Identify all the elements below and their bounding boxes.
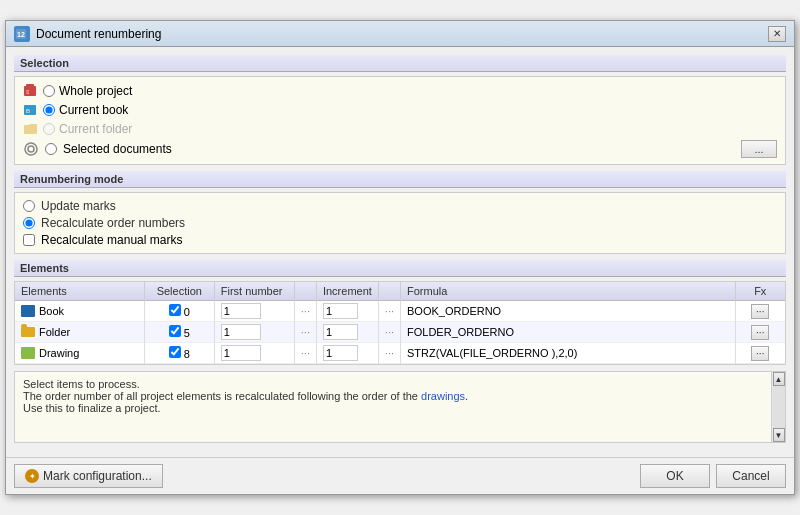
folder-formula-cell: FOLDER_ORDERNO	[401, 322, 735, 343]
cancel-button[interactable]: Cancel	[716, 464, 786, 488]
close-button[interactable]: ✕	[768, 26, 786, 42]
mark-config-icon: ✦	[25, 469, 39, 483]
selected-docs-radio[interactable]	[45, 143, 57, 155]
info-line3: Use this to finalize a project.	[23, 402, 777, 414]
whole-project-icon: ≡	[23, 83, 39, 99]
folder-label: Folder	[39, 326, 70, 338]
current-book-row: B Current book	[23, 102, 777, 118]
svg-point-7	[25, 143, 37, 155]
current-book-icon: B	[23, 102, 39, 118]
table-header-row: Elements Selection First number Incremen…	[15, 282, 785, 301]
info-line1: Select items to process.	[23, 378, 777, 390]
folder-increment-input[interactable]	[323, 324, 358, 340]
folder-fx-cell: ···	[735, 322, 785, 343]
drawing-fx-cell: ···	[735, 343, 785, 364]
table-row: Drawing 8 ···	[15, 343, 785, 364]
title-bar-left: 12 Document renumbering	[14, 26, 161, 42]
selected-docs-row: Selected documents ...	[23, 140, 777, 158]
mark-config-button[interactable]: ✦ Mark configuration...	[14, 464, 163, 488]
book-checkbox[interactable]	[169, 304, 181, 316]
svg-rect-3	[26, 84, 34, 87]
folder-first-number-input[interactable]	[221, 324, 261, 340]
book-fx-cell: ···	[735, 301, 785, 322]
update-marks-radio[interactable]	[23, 200, 35, 212]
svg-text:12: 12	[17, 31, 25, 38]
svg-text:≡: ≡	[26, 89, 30, 95]
info-box: Select items to process. The order numbe…	[14, 371, 786, 443]
whole-project-radio[interactable]	[43, 85, 55, 97]
svg-text:B: B	[26, 108, 30, 114]
current-folder-icon	[23, 121, 39, 137]
drawing-first-number-input[interactable]	[221, 345, 261, 361]
recalculate-manual-row: Recalculate manual marks	[23, 233, 777, 247]
folder-selection-cell: 5	[144, 322, 214, 343]
book-dots2: ···	[378, 301, 400, 322]
col-fx: Fx	[735, 282, 785, 301]
whole-project-row: ≡ Whole project	[23, 83, 777, 99]
drawing-first-number-cell	[214, 343, 294, 364]
elements-header: Elements	[14, 260, 786, 277]
current-folder-radio[interactable]	[43, 123, 55, 135]
drawing-selection-cell: 8	[144, 343, 214, 364]
book-increment-input[interactable]	[323, 303, 358, 319]
col-dots2	[378, 282, 400, 301]
dialog-body: Selection ≡ Whole project B	[6, 47, 794, 457]
selected-docs-label: Selected documents	[63, 142, 172, 156]
update-marks-row: Update marks	[23, 199, 777, 213]
book-first-number-cell	[214, 301, 294, 322]
drawing-dots1: ···	[294, 343, 316, 364]
renumbering-header: Renumbering mode	[14, 171, 786, 188]
book-label: Book	[39, 305, 64, 317]
table-row: Book 0 ···	[15, 301, 785, 322]
col-selection: Selection	[144, 282, 214, 301]
scroll-down-arrow[interactable]: ▼	[773, 428, 785, 442]
element-name-drawing: Drawing	[15, 343, 144, 364]
dialog-title: Document renumbering	[36, 27, 161, 41]
drawing-increment-cell	[316, 343, 378, 364]
dialog-footer: ✦ Mark configuration... OK Cancel	[6, 457, 794, 494]
current-book-radio[interactable]	[43, 104, 55, 116]
folder-row-icon	[21, 327, 35, 337]
book-selection-cell: 0	[144, 301, 214, 322]
folder-dots1: ···	[294, 322, 316, 343]
svg-point-8	[28, 146, 34, 152]
book-formula-cell: BOOK_ORDERNO	[401, 301, 735, 322]
selected-docs-button[interactable]: ...	[741, 140, 777, 158]
book-fx-button[interactable]: ···	[751, 304, 769, 319]
drawing-fx-button[interactable]: ···	[751, 346, 769, 361]
book-dots1: ···	[294, 301, 316, 322]
elements-table-wrapper: Elements Selection First number Incremen…	[14, 281, 786, 365]
folder-checkbox[interactable]	[169, 325, 181, 337]
update-marks-label: Update marks	[41, 199, 116, 213]
current-book-label: Current book	[59, 103, 128, 117]
renumbering-section: Renumbering mode Update marks Recalculat…	[14, 171, 786, 254]
info-scrollbar: ▲ ▼	[771, 372, 785, 442]
title-bar: 12 Document renumbering ✕	[6, 21, 794, 47]
footer-right: OK Cancel	[640, 464, 786, 488]
info-drawings-link[interactable]: drawings	[421, 390, 465, 402]
recalculate-order-label: Recalculate order numbers	[41, 216, 185, 230]
folder-selection-val: 5	[184, 327, 190, 339]
selection-content: ≡ Whole project B Current book	[14, 76, 786, 165]
scroll-up-arrow[interactable]: ▲	[773, 372, 785, 386]
col-first-number: First number	[214, 282, 294, 301]
book-first-number-input[interactable]	[221, 303, 261, 319]
recalculate-order-row: Recalculate order numbers	[23, 216, 777, 230]
folder-fx-button[interactable]: ···	[751, 325, 769, 340]
recalculate-manual-checkbox[interactable]	[23, 234, 35, 246]
mark-config-label: Mark configuration...	[43, 469, 152, 483]
folder-dots2: ···	[378, 322, 400, 343]
book-selection-val: 0	[184, 306, 190, 318]
ok-button[interactable]: OK	[640, 464, 710, 488]
drawing-increment-input[interactable]	[323, 345, 358, 361]
drawing-dots2: ···	[378, 343, 400, 364]
drawing-selection-val: 8	[184, 348, 190, 360]
elements-table: Elements Selection First number Incremen…	[15, 282, 785, 364]
document-renumbering-dialog: 12 Document renumbering ✕ Selection ≡ Wh	[5, 20, 795, 495]
recalculate-order-radio[interactable]	[23, 217, 35, 229]
drawing-checkbox[interactable]	[169, 346, 181, 358]
scroll-track	[773, 386, 785, 428]
col-dots1	[294, 282, 316, 301]
info-line2-suffix: .	[465, 390, 468, 402]
current-folder-row: Current folder	[23, 121, 777, 137]
